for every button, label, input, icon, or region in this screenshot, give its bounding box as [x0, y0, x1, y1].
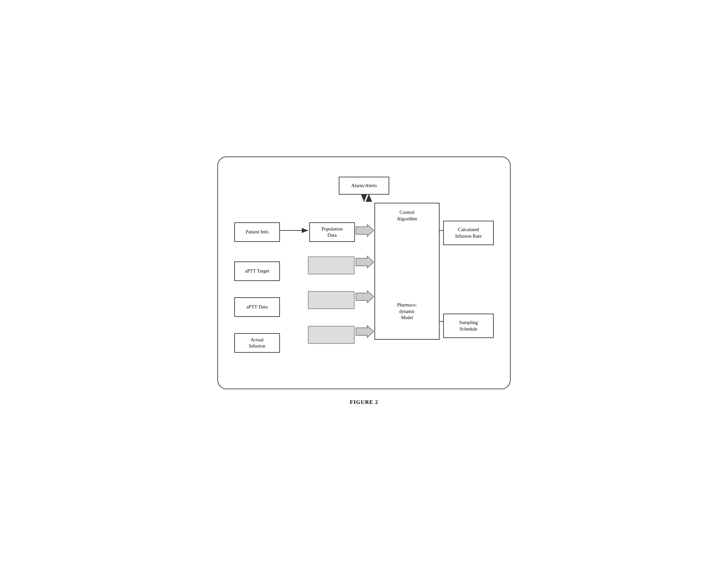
actual-infusion-box: ActualInfusion: [234, 333, 280, 353]
sampling-schedule-box: SamplingSchedule: [443, 314, 494, 338]
figure-caption: FIGURE 2: [350, 399, 378, 406]
diagram-inner: Alarm/Alerts Patient Info aPTT Target aP…: [234, 170, 494, 372]
calculated-infusion-label: CalculatedInfusion Rate: [455, 226, 482, 239]
svg-rect-6: [308, 256, 354, 274]
svg-rect-10: [308, 326, 354, 344]
aptt-target-label: aPTT Target: [245, 268, 269, 274]
control-algorithm-label: ControlAlgorithm: [397, 209, 417, 222]
population-data-label: PopulationData: [321, 226, 342, 238]
svg-rect-8: [308, 292, 354, 309]
patient-info-label: Patient Info: [246, 229, 269, 235]
diagram-outer: Alarm/Alerts Patient Info aPTT Target aP…: [217, 156, 511, 389]
svg-marker-5: [356, 224, 374, 237]
alarm-alerts-box: Alarm/Alerts: [339, 177, 389, 194]
alarm-alerts-label: Alarm/Alerts: [351, 182, 377, 189]
aptt-data-label: aPTT Data: [246, 304, 268, 310]
svg-marker-7: [356, 256, 374, 268]
calculated-infusion-box: CalculatedInfusion Rate: [443, 221, 494, 245]
actual-infusion-label: ActualInfusion: [249, 337, 265, 350]
control-algorithm-box: ControlAlgorithm Pharmaco-dynamicModel: [374, 203, 440, 340]
sampling-schedule-label: SamplingSchedule: [459, 320, 478, 332]
population-data-box: PopulationData: [309, 222, 355, 242]
page-container: Alarm/Alerts Patient Info aPTT Target aP…: [217, 156, 511, 406]
pharmaco-model-label: Pharmaco-dynamicModel: [397, 302, 417, 321]
patient-info-box: Patient Info: [234, 222, 280, 242]
svg-marker-9: [356, 291, 374, 303]
aptt-target-box: aPTT Target: [234, 261, 280, 281]
svg-marker-11: [356, 326, 374, 338]
aptt-data-box: aPTT Data: [234, 297, 280, 317]
